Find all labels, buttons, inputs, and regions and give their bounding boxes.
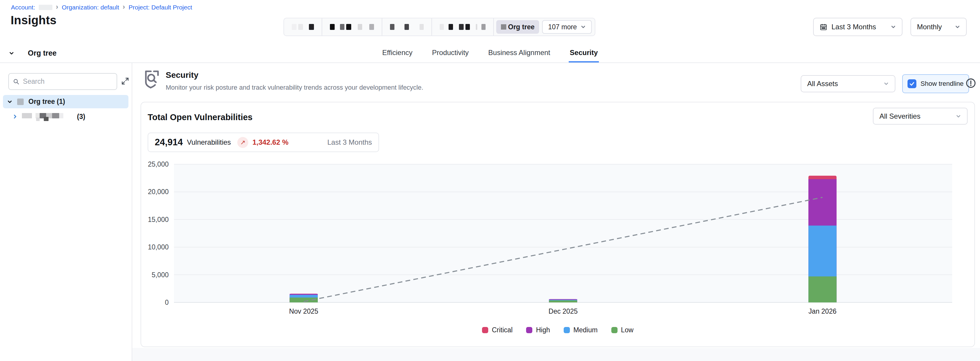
- chevron-down-icon: [581, 24, 586, 30]
- search-icon: [13, 78, 19, 85]
- scope-segment-4[interactable]: [432, 18, 494, 35]
- svg-text:20,000: 20,000: [148, 188, 169, 196]
- chart-canvas: 05,00010,00015,00020,00025,000Nov 2025De…: [146, 161, 971, 322]
- legend-label: Low: [621, 326, 633, 334]
- legend-item-critical[interactable]: Critical: [482, 326, 512, 334]
- tab-business-alignment[interactable]: Business Alignment: [487, 45, 551, 63]
- scope-segment-2[interactable]: [322, 18, 382, 35]
- vulnerabilities-stacked-bar-chart[interactable]: 05,00010,00015,00020,00025,000Nov 2025De…: [146, 161, 971, 322]
- tree-node-child[interactable]: (3): [13, 111, 85, 122]
- chevron-down-icon: [956, 114, 961, 119]
- tab-security[interactable]: Security: [569, 45, 599, 63]
- card-title: Total Open Vulnerabilities: [148, 113, 253, 122]
- date-range-value: Last 3 Months: [832, 23, 876, 31]
- tabs-divider: [0, 62, 980, 63]
- chevron-down-icon: [891, 24, 896, 30]
- breadcrumb-separator-icon: ›: [56, 3, 58, 10]
- granularity-value: Monthly: [917, 23, 942, 31]
- chevron-right-icon: [13, 114, 18, 119]
- total-open-vulnerabilities-card: Total Open Vulnerabilities All Severitie…: [140, 102, 975, 347]
- svg-text:10,000: 10,000: [148, 243, 169, 251]
- date-range-dropdown[interactable]: Last 3 Months: [813, 18, 902, 36]
- tab-productivity[interactable]: Productivity: [431, 45, 470, 63]
- svg-text:25,000: 25,000: [148, 161, 169, 168]
- expand-icon: [121, 76, 130, 86]
- assets-filter-value: All Assets: [807, 80, 838, 88]
- scope-filter-toolbar: Org tree 107 more: [283, 18, 595, 36]
- tree-node-count: (3): [77, 113, 85, 121]
- check-icon: [909, 81, 915, 87]
- legend-label: Medium: [573, 326, 598, 334]
- chevron-down-icon: [955, 24, 960, 30]
- org-tree-chip-label: Org tree: [508, 23, 535, 31]
- insights-page: Account: › Organization: default › Proje…: [0, 0, 980, 361]
- chevron-down-icon: [883, 81, 889, 86]
- stat-delta: 1,342.62 %: [252, 138, 288, 146]
- info-icon[interactable]: [965, 78, 977, 89]
- tab-efficiency[interactable]: Efficiency: [381, 45, 414, 63]
- more-scopes-label: 107 more: [548, 23, 577, 31]
- show-trendline-toggle[interactable]: Show trendline: [902, 74, 969, 93]
- sidebar-panel-title: Org tree: [28, 49, 57, 57]
- assets-filter-dropdown[interactable]: All Assets: [801, 75, 896, 92]
- legend-swatch-low: [611, 327, 617, 333]
- trendline-checkbox[interactable]: [907, 79, 916, 88]
- trendline-label: Show trendline: [921, 80, 964, 87]
- org-node-icon: [17, 99, 24, 105]
- scope-segment-3[interactable]: [382, 18, 432, 35]
- org-tree-scope-chip[interactable]: Org tree: [496, 20, 539, 34]
- legend-item-medium[interactable]: Medium: [564, 326, 598, 334]
- svg-text:Dec 2025: Dec 2025: [549, 307, 578, 315]
- security-shield-icon: [144, 70, 161, 91]
- severity-filter-dropdown[interactable]: All Severities: [873, 108, 967, 124]
- scope-segment-1[interactable]: [284, 18, 322, 35]
- stat-value: 24,914: [155, 137, 183, 148]
- expand-panel-button[interactable]: [120, 76, 130, 86]
- svg-text:Nov 2025: Nov 2025: [289, 307, 318, 315]
- svg-text:15,000: 15,000: [148, 216, 169, 223]
- section-title: Security: [166, 70, 199, 80]
- stat-period: Last 3 Months: [327, 138, 372, 146]
- legend-swatch-critical: [482, 327, 488, 333]
- search-input[interactable]: [23, 78, 113, 86]
- sidebar-divider[interactable]: [132, 63, 132, 361]
- chevron-down-icon: [9, 51, 14, 56]
- breadcrumb-account-link[interactable]: Account:: [11, 4, 35, 11]
- granularity-dropdown[interactable]: Monthly: [910, 18, 967, 36]
- page-background-strip: [132, 348, 980, 361]
- org-tree-search[interactable]: [8, 73, 117, 90]
- svg-text:0: 0: [165, 299, 169, 306]
- svg-text:Jan 2026: Jan 2026: [808, 307, 837, 315]
- chart-legend: Critical High Medium Low: [141, 326, 974, 334]
- breadcrumb-project-link[interactable]: Project: Default Project: [129, 4, 192, 11]
- insights-tabs: Efficiency Productivity Business Alignme…: [0, 45, 980, 63]
- stat-unit: Vulnerabilities: [187, 138, 231, 146]
- page-title: Insights: [11, 14, 57, 27]
- vulnerability-stat-card: 24,914 Vulnerabilities ↗ 1,342.62 % Last…: [148, 132, 379, 152]
- org-tree-chip-icon: [501, 24, 506, 30]
- breadcrumb: Account: › Organization: default › Proje…: [11, 4, 192, 11]
- legend-label: High: [536, 326, 550, 334]
- severity-filter-value: All Severities: [880, 112, 921, 121]
- legend-item-high[interactable]: High: [526, 326, 550, 334]
- legend-label: Critical: [492, 326, 512, 334]
- tree-node-org-tree[interactable]: Org tree (1): [3, 95, 129, 108]
- more-scopes-button[interactable]: 107 more: [542, 20, 592, 34]
- redacted-node-name: [22, 112, 73, 121]
- legend-swatch-medium: [564, 327, 570, 333]
- tree-node-label: Org tree (1): [29, 98, 65, 106]
- legend-swatch-high: [526, 327, 532, 333]
- sidebar-panel-header[interactable]: Org tree: [9, 49, 57, 57]
- breadcrumb-organization-link[interactable]: Organization: default: [62, 4, 119, 11]
- redacted-account-name: [39, 5, 52, 10]
- breadcrumb-separator-icon: ›: [123, 3, 125, 10]
- section-description: Monitor your risk posture and track vuln…: [166, 84, 423, 91]
- chevron-down-icon: [7, 99, 13, 105]
- trend-up-arrow-icon: ↗: [237, 137, 248, 148]
- svg-text:5,000: 5,000: [151, 271, 169, 279]
- legend-item-low[interactable]: Low: [611, 326, 633, 334]
- calendar-icon: [819, 23, 827, 31]
